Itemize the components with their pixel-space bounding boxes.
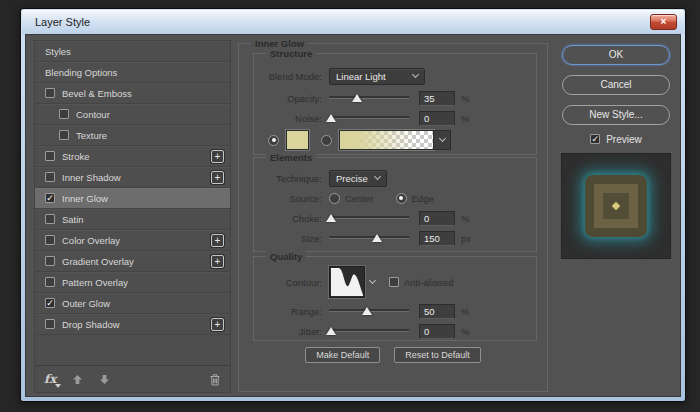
choke-label: Choke: xyxy=(260,213,322,224)
blend-mode-select[interactable]: Linear Light xyxy=(329,68,425,85)
move-effect-down-button[interactable] xyxy=(99,374,110,385)
elements-group: Elements Technique: Precise Source: Cent… xyxy=(253,157,537,252)
add-instance-button[interactable]: + xyxy=(211,255,224,268)
slider-thumb[interactable] xyxy=(326,214,336,222)
jitter-label: Jitter: xyxy=(260,326,322,337)
elements-legend: Elements xyxy=(266,152,316,163)
contour-picker-button[interactable] xyxy=(365,266,379,298)
slider-thumb[interactable] xyxy=(326,327,336,335)
choke-unit: % xyxy=(461,213,469,224)
slider-thumb[interactable] xyxy=(372,234,382,242)
sidebar-item-pattern-overlay[interactable]: Pattern Overlay xyxy=(35,272,230,293)
sidebar-item-texture[interactable]: Texture xyxy=(35,125,230,146)
gradient-picker-button[interactable] xyxy=(434,130,451,150)
chevron-down-icon xyxy=(412,71,419,78)
effect-checkbox[interactable] xyxy=(45,235,55,245)
contour-label: Contour: xyxy=(260,277,322,288)
technique-label: Technique: xyxy=(260,173,322,184)
dialog-content: Styles Blending Options Bevel & Emboss C… xyxy=(25,34,681,397)
sidebar-item-contour[interactable]: Contour xyxy=(35,104,230,125)
sidebar-item-inner-shadow[interactable]: Inner Shadow + xyxy=(35,167,230,188)
slider-thumb[interactable] xyxy=(326,114,336,122)
effect-checkbox[interactable] xyxy=(45,151,55,161)
opacity-slider[interactable] xyxy=(329,92,409,104)
effect-checkbox[interactable] xyxy=(45,172,55,182)
source-edge-radio[interactable] xyxy=(396,193,407,204)
effect-checkbox[interactable] xyxy=(45,319,55,329)
preview-label: Preview xyxy=(606,134,642,145)
slider-track[interactable] xyxy=(329,329,409,331)
sidebar-item-drop-shadow[interactable]: Drop Shadow + xyxy=(35,314,230,335)
quality-group: Quality Contour: Anti-aliased Rang xyxy=(253,256,537,341)
sidebar-item-label: Blending Options xyxy=(45,67,230,78)
range-input[interactable]: 50 xyxy=(419,304,455,319)
titlebar[interactable]: Layer Style × xyxy=(22,10,684,34)
sidebar-item-gradient-overlay[interactable]: Gradient Overlay + xyxy=(35,251,230,272)
sidebar-item-color-overlay[interactable]: Color Overlay + xyxy=(35,230,230,251)
sidebar-item-inner-glow[interactable]: ✓ Inner Glow xyxy=(35,188,230,209)
sidebar-item-blending-options[interactable]: Blending Options xyxy=(35,62,230,83)
delete-effect-button[interactable] xyxy=(209,373,221,386)
close-button[interactable]: × xyxy=(650,14,677,30)
sidebar-item-satin[interactable]: Satin xyxy=(35,209,230,230)
effect-checkbox[interactable] xyxy=(45,88,55,98)
sidebar-item-outer-glow[interactable]: ✓ Outer Glow xyxy=(35,293,230,314)
preview-glow-square xyxy=(585,175,647,237)
opacity-input[interactable]: 35 xyxy=(419,91,455,106)
effect-checkbox[interactable] xyxy=(45,214,55,224)
sidebar-item-stroke[interactable]: Stroke + xyxy=(35,146,230,167)
anti-aliased-checkbox[interactable] xyxy=(389,277,399,287)
slider-thumb[interactable] xyxy=(352,94,362,102)
effect-checkbox[interactable]: ✓ xyxy=(45,298,55,308)
source-center-radio[interactable] xyxy=(329,193,340,204)
source-label: Source: xyxy=(260,193,322,204)
glow-color-swatch[interactable] xyxy=(286,130,309,150)
add-instance-button[interactable]: + xyxy=(211,171,224,184)
cancel-button[interactable]: Cancel xyxy=(562,75,670,95)
effect-checkbox[interactable] xyxy=(45,277,55,287)
move-effect-up-button[interactable] xyxy=(72,374,83,385)
effect-checkbox[interactable] xyxy=(45,256,55,266)
reset-to-default-button[interactable]: Reset to Default xyxy=(394,347,481,363)
size-slider[interactable] xyxy=(329,232,409,244)
contour-thumbnail[interactable] xyxy=(329,266,365,298)
noise-slider[interactable] xyxy=(329,112,409,124)
sidebar-item-label: Inner Glow xyxy=(62,193,230,204)
jitter-slider[interactable] xyxy=(329,325,409,337)
layer-style-dialog: Layer Style × Styles Blending Options Be… xyxy=(20,8,686,402)
add-instance-button[interactable]: + xyxy=(211,150,224,163)
technique-select[interactable]: Precise xyxy=(329,170,387,187)
new-style-button[interactable]: New Style... xyxy=(562,105,670,125)
slider-track[interactable] xyxy=(329,96,409,98)
slider-thumb[interactable] xyxy=(362,307,372,315)
add-instance-button[interactable]: + xyxy=(211,318,224,331)
sidebar-item-label: Stroke xyxy=(62,151,211,162)
slider-track[interactable] xyxy=(329,236,409,238)
choke-slider[interactable] xyxy=(329,212,409,224)
solid-color-radio[interactable] xyxy=(268,135,279,146)
effect-checkbox[interactable] xyxy=(59,130,69,140)
slider-track[interactable] xyxy=(329,116,409,118)
noise-input[interactable]: 0 xyxy=(419,111,455,126)
jitter-input[interactable]: 0 xyxy=(419,324,455,339)
noise-label: Noise: xyxy=(260,113,322,124)
gradient-preview[interactable] xyxy=(339,130,434,150)
sidebar-item-label: Satin xyxy=(62,214,230,225)
sidebar-item-styles[interactable]: Styles xyxy=(35,41,230,62)
effect-checkbox[interactable] xyxy=(59,109,69,119)
gradient-radio[interactable] xyxy=(321,135,332,146)
size-input[interactable]: 150 xyxy=(419,231,455,246)
action-column: OK Cancel New Style... ✓ Preview xyxy=(559,35,679,396)
ok-button[interactable]: OK xyxy=(562,45,670,65)
add-instance-button[interactable]: + xyxy=(211,234,224,247)
range-slider[interactable] xyxy=(329,305,409,317)
effect-checkbox[interactable]: ✓ xyxy=(45,193,55,203)
size-label: Size: xyxy=(260,233,322,244)
make-default-button[interactable]: Make Default xyxy=(305,347,380,363)
fx-menu-button[interactable]: fx xyxy=(44,372,56,386)
slider-track[interactable] xyxy=(329,216,409,218)
choke-input[interactable]: 0 xyxy=(419,211,455,226)
preview-checkbox[interactable]: ✓ xyxy=(590,134,600,144)
sidebar-item-bevel-emboss[interactable]: Bevel & Emboss xyxy=(35,83,230,104)
arrow-up-icon xyxy=(72,374,83,385)
